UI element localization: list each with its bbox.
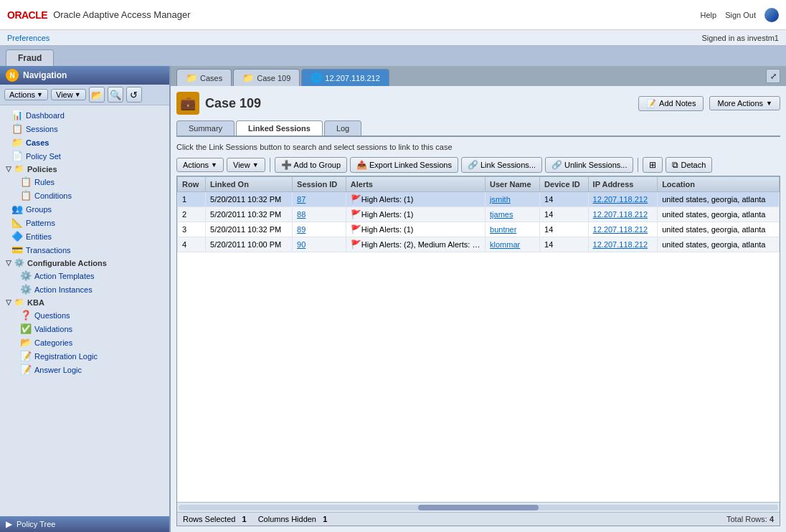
fraud-tab[interactable]: Fraud bbox=[6, 49, 54, 66]
sidebar-item-rules[interactable]: 📋 Rules bbox=[0, 175, 169, 189]
signed-in-label: Signed in as investm1 bbox=[701, 34, 779, 42]
tab-linked-sessions[interactable]: Linked Sessions bbox=[236, 120, 323, 136]
horizontal-scrollbar[interactable] bbox=[177, 502, 780, 512]
sidebar-item-cases[interactable]: 📁 Cases bbox=[0, 136, 169, 149]
case-header: 💼 Case 109 📝 Add Notes More Actions ▼ bbox=[176, 92, 780, 115]
sidebar-item-groups[interactable]: 👥 Groups bbox=[0, 202, 169, 216]
col-header-ip-address[interactable]: IP Address bbox=[588, 177, 658, 192]
col-header-session-id[interactable]: Session ID bbox=[293, 177, 346, 192]
nav-search-btn[interactable]: 🔍 bbox=[108, 87, 123, 103]
sidebar-item-policies[interactable]: ▽ 📁 Policies bbox=[0, 163, 169, 175]
toolbar-view-btn[interactable]: View ▼ bbox=[227, 158, 265, 172]
nav-refresh-btn[interactable]: ↺ bbox=[126, 87, 142, 103]
cell-session-id-0: 87 bbox=[293, 192, 346, 207]
sidebar-item-sessions[interactable]: 📋 Sessions bbox=[0, 122, 169, 136]
oracle-circle-icon bbox=[764, 8, 779, 22]
action-instances-icon: ⚙️ bbox=[20, 284, 32, 295]
sidebar-item-answer-logic[interactable]: 📝 Answer Logic bbox=[0, 363, 169, 376]
sidebar-item-categories[interactable]: 📂 Categories bbox=[0, 336, 169, 349]
table-row[interactable]: 4 5/20/2011 10:00 PM 90 🚩High Alerts: (2… bbox=[178, 237, 780, 252]
cell-location-2: united states, georgia, atlanta bbox=[658, 222, 780, 237]
signout-link[interactable]: Sign Out bbox=[725, 11, 756, 19]
add-group-icon: ➕ bbox=[281, 160, 292, 170]
sidebar-item-kba[interactable]: ▽ 📁 KBA bbox=[0, 296, 169, 308]
footer-left: Rows Selected 1 Columns Hidden 1 bbox=[183, 515, 327, 523]
help-link[interactable]: Help bbox=[701, 11, 717, 19]
table-row[interactable]: 3 5/20/2011 10:32 PM 89 🚩High Alerts: (1… bbox=[178, 222, 780, 237]
cell-session-id-2: 89 bbox=[293, 222, 346, 237]
tab-summary[interactable]: Summary bbox=[176, 120, 235, 136]
policy-tree-bar[interactable]: ▶ Policy Tree bbox=[0, 516, 169, 532]
unlink-sessions-btn[interactable]: 🔗 Unlink Sessions... bbox=[545, 157, 633, 173]
cell-session-id-1: 88 bbox=[293, 207, 346, 222]
more-actions-button[interactable]: More Actions ▼ bbox=[709, 96, 780, 110]
policies-icon: 📁 bbox=[14, 164, 24, 174]
case-actions: 📝 Add Notes More Actions ▼ bbox=[638, 96, 780, 111]
view-chevron: ▼ bbox=[252, 161, 259, 168]
policyset-icon: 📄 bbox=[11, 151, 23, 161]
nav-folder-btn[interactable]: 📂 bbox=[89, 87, 105, 103]
nav-toolbar: Actions▼ View▼ 📂 🔍 ↺ bbox=[0, 85, 169, 105]
oracle-logo: ORACLE bbox=[7, 9, 47, 21]
link-sessions-btn[interactable]: 🔗 Link Sessions... bbox=[461, 157, 542, 173]
patterns-icon: 📐 bbox=[11, 217, 23, 228]
nav-compass-icon: N bbox=[6, 69, 19, 82]
cell-username-0: jsmith bbox=[486, 192, 540, 207]
table-toolbar: Actions ▼ View ▼ ➕ Add to Group 📤 Export… bbox=[176, 157, 780, 173]
cell-session-id-3: 90 bbox=[293, 237, 346, 252]
table-options-btn[interactable]: ⊞ bbox=[643, 157, 663, 173]
sidebar-item-action-templates[interactable]: ⚙️ Action Templates bbox=[0, 269, 169, 282]
sidebar-item-entities[interactable]: 🔷 Entities bbox=[0, 229, 169, 243]
tab-log[interactable]: Log bbox=[324, 120, 361, 136]
cell-location-1: united states, georgia, atlanta bbox=[658, 207, 780, 222]
validations-icon: ✅ bbox=[20, 323, 32, 334]
sidebar-item-registration-logic[interactable]: 📝 Registration Logic bbox=[0, 349, 169, 363]
col-header-location[interactable]: Location bbox=[658, 177, 780, 192]
breadcrumb-ip-tab[interactable]: 🌐 12.207.118.212 bbox=[301, 69, 389, 86]
expand-btn[interactable]: ⤢ bbox=[766, 69, 780, 83]
toolbar-actions-btn[interactable]: Actions ▼ bbox=[176, 158, 224, 172]
col-header-device-id[interactable]: Device ID bbox=[540, 177, 588, 192]
sidebar-item-dashboard[interactable]: 📊 Dashboard bbox=[0, 108, 169, 122]
sidebar-item-patterns[interactable]: 📐 Patterns bbox=[0, 216, 169, 229]
col-header-alerts[interactable]: Alerts bbox=[346, 177, 485, 192]
breadcrumb-case109-tab[interactable]: 📁 Case 109 bbox=[233, 69, 300, 86]
cases-tab-icon: 📁 bbox=[186, 72, 197, 83]
sidebar-item-action-instances[interactable]: ⚙️ Action Instances bbox=[0, 282, 169, 296]
col-header-linked-on[interactable]: Linked On bbox=[206, 177, 293, 192]
add-notes-button[interactable]: 📝 Add Notes bbox=[638, 96, 704, 111]
rows-selected-label: Rows Selected 1 bbox=[183, 515, 247, 523]
col-header-username[interactable]: User Name bbox=[486, 177, 540, 192]
cell-ip-address-0: 12.207.118.212 bbox=[588, 192, 658, 207]
add-to-group-btn[interactable]: ➕ Add to Group bbox=[275, 157, 347, 173]
preferences-link[interactable]: Preferences bbox=[7, 34, 49, 42]
sidebar-item-policyset[interactable]: 📄 Policy Set bbox=[0, 149, 169, 163]
sidebar-item-configurable-actions[interactable]: ▽ ⚙️ Configurable Actions bbox=[0, 257, 169, 269]
sidebar: N Navigation Actions▼ View▼ 📂 🔍 ↺ 📊 Dash… bbox=[0, 66, 171, 532]
case-name: Case 109 bbox=[205, 96, 261, 111]
sidebar-item-transactions[interactable]: 💳 Transactions bbox=[0, 243, 169, 257]
preferences-bar: Preferences Signed in as investm1 bbox=[0, 30, 786, 46]
nav-header: N Navigation bbox=[0, 66, 169, 85]
breadcrumb-cases-tab[interactable]: 📁 Cases bbox=[176, 69, 232, 86]
more-actions-chevron: ▼ bbox=[766, 100, 772, 107]
sidebar-item-conditions[interactable]: 📋 Conditions bbox=[0, 189, 169, 202]
nav-actions-btn[interactable]: Actions▼ bbox=[4, 89, 48, 100]
table-row[interactable]: 1 5/20/2011 10:32 PM 87 🚩High Alerts: (1… bbox=[178, 192, 780, 207]
col-header-row[interactable]: Row bbox=[178, 177, 206, 192]
cell-device-id-3: 14 bbox=[540, 237, 588, 252]
cell-username-1: tjames bbox=[486, 207, 540, 222]
table-scroll[interactable]: Row Linked On Session ID Alerts User Nam… bbox=[177, 176, 780, 502]
nav-view-btn[interactable]: View▼ bbox=[51, 89, 86, 100]
sidebar-item-validations[interactable]: ✅ Validations bbox=[0, 322, 169, 336]
table-body: 1 5/20/2011 10:32 PM 87 🚩High Alerts: (1… bbox=[178, 192, 780, 252]
conditions-icon: 📋 bbox=[20, 190, 32, 201]
toolbar-sep1 bbox=[270, 158, 270, 172]
case109-tab-icon: 📁 bbox=[242, 72, 254, 83]
table-footer: Rows Selected 1 Columns Hidden 1 Total R… bbox=[177, 512, 780, 526]
detach-btn[interactable]: ⧉ Detach bbox=[666, 157, 712, 173]
table-row[interactable]: 2 5/20/2011 10:32 PM 88 🚩High Alerts: (1… bbox=[178, 207, 780, 222]
export-linked-btn[interactable]: 📤 Export Linked Sessions bbox=[350, 157, 458, 173]
sidebar-item-questions[interactable]: ❓ Questions bbox=[0, 308, 169, 322]
registration-logic-icon: 📝 bbox=[20, 351, 32, 361]
